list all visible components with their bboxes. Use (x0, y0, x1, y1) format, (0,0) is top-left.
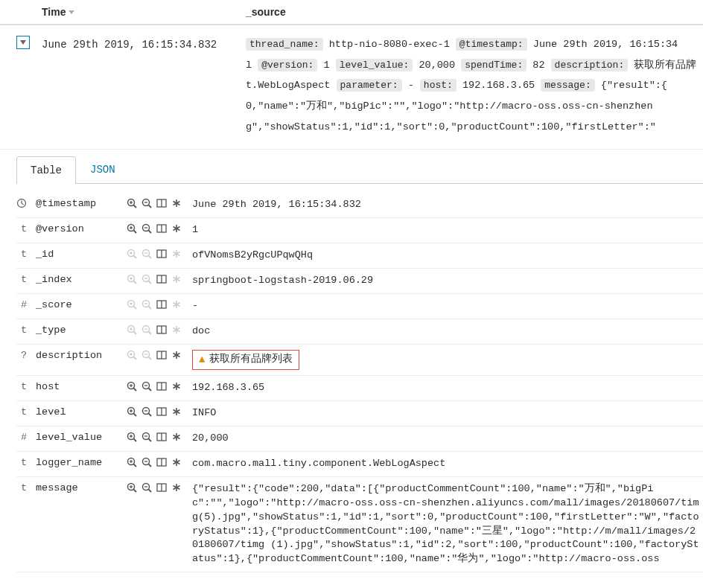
field-type-icon: t (16, 325, 31, 336)
field-row: @timestampJune 29th 2019, 16:15:34.832 (16, 193, 703, 218)
filter-for-value-icon[interactable] (127, 406, 137, 417)
exists-filter-icon[interactable] (171, 325, 182, 335)
filter-out-value-icon[interactable] (141, 482, 152, 493)
exists-filter-icon[interactable] (171, 406, 182, 417)
toggle-column-icon[interactable] (156, 274, 167, 284)
field-actions (121, 274, 192, 284)
field-name: level_value (31, 432, 121, 443)
toggle-column-icon[interactable] (156, 381, 167, 392)
expand-row-button[interactable] (16, 36, 30, 49)
field-actions (121, 198, 192, 208)
toggle-column-icon[interactable] (156, 432, 167, 442)
field-value: June 29th 2019, 16:15:34.832 (192, 198, 703, 212)
field-actions (121, 381, 192, 392)
filter-for-value-icon[interactable] (127, 381, 137, 392)
field-value: INFO (192, 406, 703, 421)
field-tag-timestamp: @timestamp: (456, 38, 527, 51)
filter-out-value-icon[interactable] (141, 198, 152, 208)
filter-out-value-icon[interactable] (141, 274, 152, 284)
field-name: @version (31, 223, 121, 234)
field-type-icon: ? (16, 350, 31, 361)
field-type-icon: t (16, 381, 31, 392)
filter-for-value-icon[interactable] (127, 249, 137, 259)
field-value: com.macro.mall.tiny.component.WebLogAspe… (192, 457, 703, 471)
toggle-column-icon[interactable] (156, 223, 167, 234)
filter-for-value-icon[interactable] (127, 198, 137, 208)
field-actions (121, 482, 192, 493)
filter-for-value-icon[interactable] (127, 274, 137, 284)
toggle-column-icon[interactable] (156, 482, 167, 493)
filter-for-value-icon[interactable] (127, 350, 137, 360)
tab-json[interactable]: JSON (76, 156, 130, 183)
tab-table[interactable]: Table (16, 156, 76, 184)
filter-out-value-icon[interactable] (141, 350, 152, 360)
field-name: _type (31, 325, 121, 336)
column-header-time[interactable]: Time (33, 6, 246, 18)
toggle-column-icon[interactable] (156, 198, 167, 208)
toggle-column-icon[interactable] (156, 299, 167, 310)
filter-out-value-icon[interactable] (141, 457, 152, 467)
filter-out-value-icon[interactable] (141, 223, 152, 234)
exists-filter-icon[interactable] (171, 223, 182, 234)
field-name: host (31, 381, 121, 392)
filter-for-value-icon[interactable] (127, 223, 137, 234)
filter-out-value-icon[interactable] (141, 299, 152, 310)
field-type-icon: t (16, 249, 31, 260)
exists-filter-icon[interactable] (171, 482, 182, 493)
detail-tabs: Table JSON (16, 156, 703, 184)
field-row: tlogger_namecom.macro.mall.tiny.componen… (16, 452, 703, 477)
filter-for-value-icon[interactable] (127, 482, 137, 493)
exists-filter-icon[interactable] (171, 350, 182, 360)
highlighted-value: ▲获取所有品牌列表 (192, 350, 299, 371)
field-value: {"result":{"code":200,"data":[{"productC… (192, 482, 703, 566)
toggle-column-icon[interactable] (156, 406, 167, 417)
column-header-source[interactable]: _source (246, 6, 703, 18)
filter-out-value-icon[interactable] (141, 381, 152, 392)
filter-out-value-icon[interactable] (141, 325, 152, 335)
field-tag-host: host: (420, 79, 457, 92)
exists-filter-icon[interactable] (171, 457, 182, 467)
field-tag-description: description: (551, 59, 629, 71)
toggle-column-icon[interactable] (156, 350, 167, 360)
exists-filter-icon[interactable] (171, 299, 182, 310)
field-row: t@version1 (16, 218, 703, 243)
field-tag-version: @version: (258, 59, 317, 71)
column-label: _source (246, 6, 286, 18)
field-row: thost192.168.3.65 (16, 376, 703, 401)
caret-down-icon (20, 40, 26, 45)
filter-out-value-icon[interactable] (141, 432, 152, 442)
field-actions (121, 350, 192, 360)
field-tag-spendtime: spendTime: (461, 59, 527, 71)
field-actions (121, 457, 192, 467)
exists-filter-icon[interactable] (171, 198, 182, 208)
exists-filter-icon[interactable] (171, 249, 182, 259)
filter-for-value-icon[interactable] (127, 457, 137, 467)
field-value: 20,000 (192, 432, 703, 446)
field-type-icon: t (16, 482, 31, 493)
field-value: - (192, 299, 703, 313)
field-type-icon: # (16, 299, 31, 310)
filter-for-value-icon[interactable] (127, 325, 137, 335)
field-tag-message: message: (541, 79, 594, 92)
field-name: message (31, 482, 121, 493)
toggle-column-icon[interactable] (156, 325, 167, 335)
field-detail-table: @timestampJune 29th 2019, 16:15:34.832t@… (16, 193, 703, 572)
field-row: tmessage{"result":{"code":200,"data":[{"… (16, 477, 703, 572)
field-actions (121, 325, 192, 335)
filter-out-value-icon[interactable] (141, 249, 152, 259)
filter-for-value-icon[interactable] (127, 299, 137, 310)
exists-filter-icon[interactable] (171, 381, 182, 392)
field-row: #level_value20,000 (16, 426, 703, 452)
exists-filter-icon[interactable] (171, 274, 182, 284)
filter-for-value-icon[interactable] (127, 432, 137, 442)
field-tag-thread-name: thread_name: (246, 38, 323, 51)
toggle-column-icon[interactable] (156, 457, 167, 467)
filter-out-value-icon[interactable] (141, 406, 152, 417)
field-name: _id (31, 249, 121, 260)
warning-icon: ▲ (199, 353, 205, 368)
row-source-value: thread_name: http-nio-8080-exec-1 @times… (246, 34, 703, 137)
toggle-column-icon[interactable] (156, 249, 167, 259)
exists-filter-icon[interactable] (171, 432, 182, 442)
field-name: logger_name (31, 457, 121, 468)
field-row: t_indexspringboot-logstash-2019.06.29 (16, 269, 703, 294)
